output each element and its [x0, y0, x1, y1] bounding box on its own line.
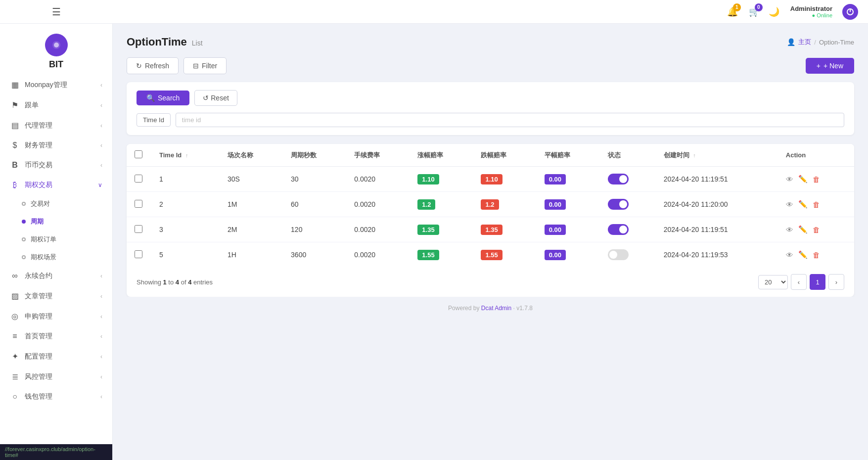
edit-icon[interactable]: ✏️ — [798, 225, 808, 234]
row-checkbox[interactable] — [135, 200, 142, 208]
cell-fall: 1.10 — [473, 167, 536, 192]
footer-brand-link[interactable]: Dcat Admin — [481, 305, 511, 312]
breadcrumb-home-link[interactable]: 主页 — [798, 38, 811, 46]
sidebar-sub-trade-pair[interactable]: 交易对 — [0, 195, 112, 213]
filter-button[interactable]: ⊟ Filter — [183, 57, 227, 74]
status-toggle[interactable] — [608, 174, 629, 184]
bell-button[interactable]: 🔔 1 — [725, 4, 740, 19]
delete-icon[interactable]: 🗑 — [813, 175, 820, 184]
sidebar-item-moonpay[interactable]: ▦ Moonpay管理 ‹ — [0, 75, 112, 95]
search-row: 🔍 Search ↺ Reset — [137, 90, 844, 106]
cell-flat: 0.00 — [537, 167, 600, 192]
cell-rise: 1.10 — [410, 167, 473, 192]
crypto-icon: B — [10, 161, 20, 170]
sidebar-item-articles[interactable]: ▨ 文章管理 ‹ — [0, 286, 112, 306]
sidebar-item-wallet[interactable]: ○ 钱包管理 ‹ — [0, 387, 112, 407]
view-icon[interactable]: 👁 — [786, 200, 793, 209]
status-toggle[interactable] — [608, 249, 629, 260]
sidebar-item-homepage[interactable]: ≡ 首页管理 ‹ — [0, 326, 112, 346]
arrow-icon: ‹ — [100, 393, 102, 400]
breadcrumb-current: Option-Time — [819, 39, 854, 46]
col-status: 状态 — [600, 144, 656, 167]
next-page-button[interactable]: › — [828, 274, 844, 290]
dot-icon — [22, 237, 26, 241]
row-checkbox[interactable] — [135, 225, 142, 233]
cell-name: 1M — [220, 192, 283, 217]
sidebar-topbar: ☰ — [0, 0, 113, 24]
cell-created: 2024-04-20 11:19:51 — [656, 167, 778, 192]
filter-icon: ⊟ — [193, 62, 199, 70]
arrow-icon: ‹ — [100, 142, 102, 149]
url-bar: //forever.casinxpro.club/admin/option-ti… — [0, 444, 112, 460]
edit-icon[interactable]: ✏️ — [798, 250, 808, 259]
arrow-icon: ‹ — [100, 293, 102, 300]
status-toggle[interactable] — [608, 199, 629, 210]
time-id-input[interactable] — [176, 113, 844, 127]
page-size-select[interactable]: 20 50 100 — [758, 275, 788, 289]
arrow-icon: ‹ — [100, 82, 102, 89]
homepage-icon: ≡ — [10, 332, 20, 341]
user-info: Administrator ● Online — [790, 5, 832, 18]
page-subtitle: List — [192, 39, 203, 47]
row-checkbox[interactable] — [135, 250, 142, 258]
prev-page-button[interactable]: ‹ — [791, 274, 807, 290]
arrow-icon: ‹ — [100, 353, 102, 360]
arrow-icon: ‹ — [100, 122, 102, 129]
notification-button[interactable]: 🛒 0 — [747, 4, 762, 19]
delete-icon[interactable]: 🗑 — [813, 251, 820, 259]
hamburger-icon[interactable]: ☰ — [52, 6, 61, 18]
page-title: OptionTime — [127, 36, 187, 48]
edit-icon[interactable]: ✏️ — [798, 200, 808, 209]
sidebar-item-purchase[interactable]: ◎ 申购管理 ‹ — [0, 306, 112, 326]
sidebar-sub-cycle[interactable]: 周期 — [0, 213, 112, 230]
view-icon[interactable]: 👁 — [786, 251, 793, 259]
search-card: 🔍 Search ↺ Reset Time Id — [127, 82, 854, 135]
cell-id: 5 — [151, 242, 220, 268]
user-status: ● Online — [812, 12, 833, 18]
cell-seconds: 120 — [283, 217, 346, 242]
sidebar-item-config[interactable]: ✦ 配置管理 ‹ — [0, 346, 112, 367]
row-checkbox[interactable] — [135, 175, 142, 183]
delete-icon[interactable]: 🗑 — [813, 226, 820, 234]
sidebar-item-finance[interactable]: $ 财务管理 ‹ — [0, 136, 112, 155]
logo-icon — [45, 34, 68, 56]
col-seconds: 周期秒数 — [283, 144, 346, 167]
main-content: OptionTime List 👤 主页 / Option-Time ↻ Ref… — [113, 24, 868, 460]
new-button[interactable]: + + New — [806, 58, 854, 74]
select-all-checkbox[interactable] — [135, 150, 142, 158]
sidebar: BIT ▦ Moonpay管理 ‹ ⚑ 跟单 ‹ ▤ 代理管理 ‹ $ 财务管理… — [0, 0, 113, 460]
sort-icon[interactable]: ↑ — [185, 152, 188, 158]
cell-seconds: 30 — [283, 167, 346, 192]
sidebar-sub-option-order[interactable]: 期权订单 — [0, 230, 112, 248]
dot-active-icon — [22, 220, 26, 224]
user-name: Administrator — [790, 5, 832, 12]
sidebar-item-crypto[interactable]: B 币币交易 ‹ — [0, 155, 112, 175]
moonpay-icon: ▦ — [10, 80, 20, 90]
sidebar-item-perpetual[interactable]: ∞ 永续合约 ‹ — [0, 266, 112, 286]
pagination-controls: 20 50 100 ‹ 1 › — [758, 274, 844, 290]
status-toggle[interactable] — [608, 224, 629, 235]
sidebar-item-tracking[interactable]: ⚑ 跟单 ‹ — [0, 95, 112, 115]
data-table: Time Id ↑ 场次名称 周期秒数 手续费率 涨幅赔率 跌幅赔率 平幅赔率 … — [127, 144, 854, 267]
edit-icon[interactable]: ✏️ — [798, 175, 808, 184]
view-icon[interactable]: 👁 — [786, 175, 793, 184]
search-icon: 🔍 — [146, 94, 155, 102]
sidebar-item-agent[interactable]: ▤ 代理管理 ‹ — [0, 115, 112, 136]
delete-icon[interactable]: 🗑 — [813, 200, 820, 209]
arrow-icon: ‹ — [100, 273, 102, 279]
sidebar-sub-option-scene[interactable]: 期权场景 — [0, 248, 112, 266]
search-button[interactable]: 🔍 Search — [137, 91, 189, 105]
sidebar-item-risk[interactable]: ≣ 风控管理 ‹ — [0, 367, 112, 387]
breadcrumb: 👤 主页 / Option-Time — [787, 38, 854, 46]
page-1-button[interactable]: 1 — [810, 274, 825, 290]
refresh-button[interactable]: ↻ Refresh — [127, 57, 179, 74]
cell-created: 2024-04-20 11:19:51 — [656, 217, 778, 242]
view-icon[interactable]: 👁 — [786, 226, 793, 234]
sidebar-item-options[interactable]: ₿ 期权交易 ∨ — [0, 175, 112, 195]
sort-icon[interactable]: ↑ — [693, 152, 696, 158]
col-action: Action — [778, 144, 854, 167]
theme-toggle-button[interactable]: 🌙 — [769, 6, 779, 17]
notif-badge: 0 — [755, 3, 763, 11]
power-button[interactable] — [842, 4, 858, 20]
reset-button[interactable]: ↺ Reset — [194, 90, 237, 106]
